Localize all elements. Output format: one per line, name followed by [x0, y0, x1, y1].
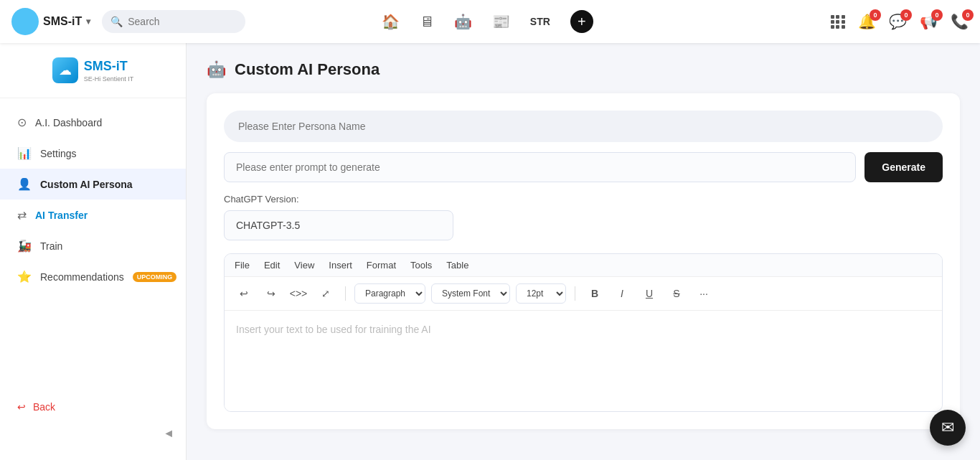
main-content: 🤖 Custom AI Persona Generate ChatGPT Ver…	[187, 43, 980, 460]
persona-name-input[interactable]	[224, 111, 943, 142]
sidebar-item-train[interactable]: 🚂 Train	[0, 230, 186, 261]
fullscreen-button[interactable]: ⤢	[315, 283, 336, 304]
menu-file[interactable]: File	[235, 260, 250, 271]
sidebar-item-back[interactable]: ↩ Back	[0, 393, 186, 421]
prompt-input[interactable]	[224, 152, 856, 182]
menu-insert[interactable]: Insert	[329, 260, 352, 271]
menu-tools[interactable]: Tools	[410, 260, 432, 271]
code-button[interactable]: <>>	[288, 283, 309, 304]
chatgpt-version-label: ChatGPT Version:	[224, 194, 943, 205]
sidebar-nav: ⊙ A.I. Dashboard 📊 Settings 👤 Custom AI …	[0, 107, 186, 393]
form-card: Generate ChatGPT Version: File Edit View…	[207, 93, 960, 429]
sidebar-item-recommendations[interactable]: ⭐ Recommendations UPCOMING	[0, 261, 186, 292]
sidebar-item-label: Settings	[40, 148, 169, 159]
message-badge: 0	[900, 9, 912, 21]
editor-menu-bar: File Edit View Insert Format Tools Table	[225, 254, 942, 277]
sidebar-collapse-button[interactable]: ◄	[0, 421, 186, 446]
strikethrough-button[interactable]: S	[666, 283, 687, 304]
sidebar: ☁ SMS-iT SE-Hi Sentient IT ⊙ A.I. Dashbo…	[0, 43, 187, 460]
collapse-icon: ◄	[163, 427, 174, 440]
underline-button[interactable]: U	[639, 283, 660, 304]
logo-text-wrap: SMS-iT SE-Hi Sentient IT	[84, 59, 134, 83]
sidebar-item-label: Custom AI Persona	[40, 179, 169, 190]
page-title: Custom AI Persona	[235, 60, 380, 79]
editor-toolbar: ↩ ↪ <>> ⤢ Paragraph System Font 12pt	[225, 277, 942, 311]
sidebar-logo: ☁ SMS-iT SE-Hi Sentient IT	[0, 57, 186, 98]
announce-badge: 0	[931, 9, 943, 21]
nav-center-icons: 🏠 🖥 🤖 📰 STR +	[382, 10, 593, 33]
sidebar-item-settings[interactable]: 📊 Settings	[0, 138, 186, 169]
home-icon[interactable]: 🏠	[382, 13, 400, 30]
messages-button[interactable]: 💬 0	[889, 13, 907, 30]
brand-name: SMS-iT	[43, 15, 82, 28]
italic-button[interactable]: I	[611, 283, 633, 304]
upcoming-badge: UPCOMING	[133, 272, 177, 282]
generate-button[interactable]: Generate	[864, 152, 943, 182]
train-icon: 🚂	[17, 239, 32, 253]
redo-button[interactable]: ↪	[260, 283, 282, 304]
search-input[interactable]	[102, 10, 245, 33]
paragraph-select[interactable]: Paragraph	[354, 283, 425, 304]
font-size-select[interactable]: 12pt	[516, 283, 566, 304]
sidebar-item-label: Recommendations	[40, 271, 124, 283]
settings-icon: 📊	[17, 146, 32, 160]
logo-text: SMS-iT	[84, 59, 134, 74]
persona-icon: 👤	[17, 177, 32, 191]
feed-icon[interactable]: 📰	[492, 13, 510, 30]
more-options-button[interactable]: ···	[693, 283, 715, 304]
sidebar-item-custom-ai-persona[interactable]: 👤 Custom AI Persona	[0, 169, 186, 200]
bold-button[interactable]: B	[584, 283, 606, 304]
back-label: Back	[33, 401, 55, 413]
toolbar-sep-1	[345, 286, 346, 301]
brand-chevron: ▾	[86, 17, 90, 27]
search-wrap: 🔍	[102, 10, 245, 33]
notifications-button[interactable]: 🔔 0	[858, 13, 876, 30]
chatgpt-version-input[interactable]	[224, 210, 453, 240]
sidebar-item-label: AI Transfer	[35, 210, 169, 221]
brand[interactable]: SMS-iT ▾	[11, 8, 90, 35]
logo-suffix: iT	[116, 59, 128, 73]
sidebar-item-label: Train	[40, 240, 169, 252]
editor-placeholder: Insert your text to be used for training…	[236, 324, 431, 335]
chat-fab-button[interactable]: ✉	[930, 410, 966, 446]
page-header-icon: 🤖	[207, 60, 226, 79]
robot-icon[interactable]: 🤖	[454, 13, 472, 30]
logo-subtitle: SE-Hi Sentient IT	[84, 75, 134, 83]
nav-right-icons: 🔔 0 💬 0 📢 0 📞 0	[831, 13, 969, 30]
sidebar-item-label: A.I. Dashboard	[35, 117, 169, 128]
add-button[interactable]: +	[570, 10, 593, 33]
phone-badge: 0	[962, 9, 974, 21]
sidebar-item-ai-dashboard[interactable]: ⊙ A.I. Dashboard	[0, 107, 186, 138]
recommendations-icon: ⭐	[17, 270, 32, 283]
logo-icon: ☁	[52, 57, 78, 83]
grid-icon	[831, 15, 845, 29]
transfer-icon: ⇄	[17, 208, 27, 222]
menu-view[interactable]: View	[294, 260, 314, 271]
monitor-icon[interactable]: 🖥	[420, 14, 434, 30]
prompt-row: Generate	[224, 152, 943, 182]
logo-box: ☁ SMS-iT SE-Hi Sentient IT	[52, 57, 134, 83]
brand-avatar	[11, 8, 39, 35]
menu-format[interactable]: Format	[367, 260, 396, 271]
editor-body[interactable]: Insert your text to be used for training…	[225, 311, 942, 411]
toolbar-sep-2	[575, 286, 575, 301]
top-nav: SMS-iT ▾ 🔍 🏠 🖥 🤖 📰 STR + 🔔 0 💬 0	[0, 0, 980, 43]
rich-text-editor: File Edit View Insert Format Tools Table…	[224, 253, 943, 412]
menu-table[interactable]: Table	[446, 260, 468, 271]
logo-prefix: SMS-	[84, 59, 116, 73]
layout: ☁ SMS-iT SE-Hi Sentient IT ⊙ A.I. Dashbo…	[0, 43, 980, 460]
sidebar-item-ai-transfer[interactable]: ⇄ AI Transfer	[0, 200, 186, 230]
font-select[interactable]: System Font	[431, 283, 510, 304]
menu-edit[interactable]: Edit	[264, 260, 280, 271]
str-label[interactable]: STR	[530, 16, 550, 27]
back-icon: ↩	[17, 401, 26, 413]
chat-fab-icon: ✉	[941, 418, 954, 437]
undo-button[interactable]: ↩	[233, 283, 255, 304]
page-header: 🤖 Custom AI Persona	[207, 60, 960, 79]
grid-nav-button[interactable]	[831, 15, 845, 29]
search-icon: 🔍	[110, 16, 123, 27]
dashboard-icon: ⊙	[17, 116, 27, 129]
announcements-button[interactable]: 📢 0	[920, 13, 938, 30]
notification-badge: 0	[870, 9, 881, 21]
phone-button[interactable]: 📞 0	[951, 13, 969, 30]
